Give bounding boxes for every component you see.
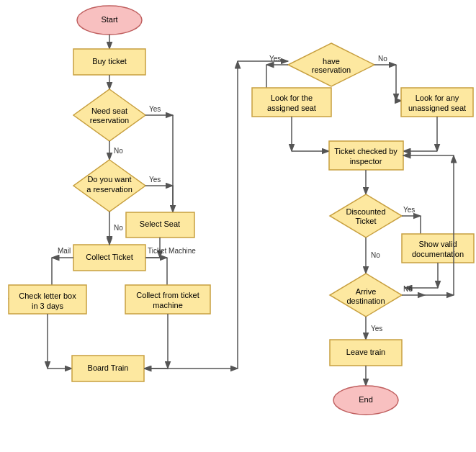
arrive-destination-label2: destination xyxy=(346,297,385,305)
no-label2: No xyxy=(114,224,123,232)
have-reservation-label1: have xyxy=(323,57,340,65)
ticket-checked-label1: Ticket checked by xyxy=(334,147,398,155)
start-label: Start xyxy=(101,15,117,24)
yes-label1: Yes xyxy=(149,105,161,113)
no-label4: No xyxy=(371,251,380,259)
leave-train-label: Leave train xyxy=(346,348,385,356)
ticket-checked-label2: inspector xyxy=(350,157,382,166)
no-label1: No xyxy=(114,147,123,155)
yes-label3: Yes xyxy=(269,55,281,63)
yes-label4: Yes xyxy=(403,206,415,214)
flowchart-svg: Start Buy ticket Need seat reservation Y… xyxy=(0,0,476,452)
look-assigned-node xyxy=(252,88,331,117)
end-label: End xyxy=(359,395,373,404)
collect-machine-label1: Collect from ticket xyxy=(136,291,199,299)
look-assigned-label1: Look for the xyxy=(271,94,313,102)
yes-label2: Yes xyxy=(149,176,161,184)
board-train-label: Board Train xyxy=(88,363,129,372)
select-seat-label: Select Seat xyxy=(140,220,180,228)
show-valid-node xyxy=(402,234,474,263)
look-assigned-label2: assigned seat xyxy=(267,104,316,112)
collect-machine-label2: machine xyxy=(153,301,183,309)
collect-ticket-label: Collect Ticket xyxy=(86,253,133,261)
ticket-machine-label: Ticket Machine xyxy=(148,247,196,255)
look-unassigned-label1: Look for any xyxy=(416,94,459,102)
arrive-destination-label1: Arrive xyxy=(356,287,377,296)
buy-ticket-label: Buy ticket xyxy=(92,57,127,65)
mail-label: Mail xyxy=(58,247,71,255)
no-label5: No xyxy=(403,285,413,293)
show-valid-label2: documentation xyxy=(412,250,464,258)
no-label3: No xyxy=(378,55,387,63)
collect-machine-node xyxy=(125,285,210,314)
show-valid-label1: Show valid xyxy=(418,240,457,248)
check-letter-label2: in 3 days xyxy=(32,302,64,310)
need-reservation-label2: reservation xyxy=(90,116,129,125)
look-unassigned-node xyxy=(401,88,473,117)
yes-label5: Yes xyxy=(371,325,382,333)
look-unassigned-label2: unassigned seat xyxy=(408,104,466,112)
do-you-want-label2: a reservation xyxy=(86,185,133,194)
have-reservation-label2: reservation xyxy=(312,65,351,74)
ticket-checked-node xyxy=(329,141,403,170)
need-reservation-label: Need seat xyxy=(91,107,127,115)
do-you-want-label1: Do you want xyxy=(87,175,131,184)
check-letter-label1: Check letter box xyxy=(19,291,76,300)
discounted-ticket-label1: Discounted xyxy=(346,207,385,216)
discounted-ticket-label2: Ticket xyxy=(356,217,377,225)
